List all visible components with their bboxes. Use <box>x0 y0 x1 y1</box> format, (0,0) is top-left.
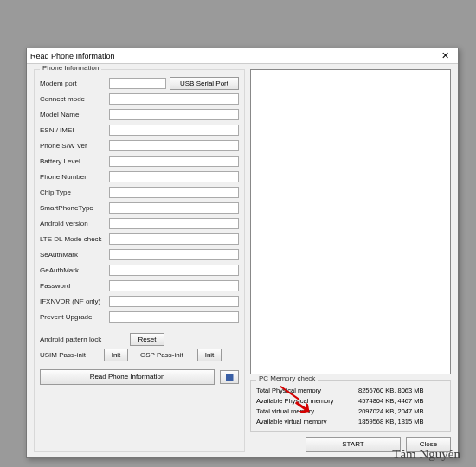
field-label: ESN / IMEI <box>40 126 106 134</box>
field-input[interactable] <box>109 280 239 291</box>
field-input[interactable] <box>109 311 239 323</box>
start-button[interactable]: START <box>306 437 401 452</box>
modem-port-field[interactable] <box>109 78 166 89</box>
usim-label: USIM Pass-init <box>40 351 100 359</box>
field-label: LTE DL Mode check <box>40 235 106 243</box>
field-label: Battery Level <box>40 157 106 165</box>
field-input[interactable] <box>109 218 239 229</box>
field-input[interactable] <box>109 187 239 198</box>
field-label: Connect mode <box>40 95 106 103</box>
field-label: SeAuthMark <box>40 251 106 259</box>
window-title: Read Phone Information <box>30 52 435 61</box>
field-label: Phone S/W Ver <box>40 142 106 150</box>
memory-title: PC Memory check <box>256 374 318 382</box>
field-label: IFXNVDR (NF only) <box>40 297 106 305</box>
field-input[interactable] <box>109 265 239 276</box>
field-input[interactable] <box>109 171 239 182</box>
read-phone-info-button[interactable]: Read Phone Information <box>40 369 215 385</box>
field-input[interactable] <box>109 202 239 214</box>
mem-label: Available Physical memory <box>256 396 358 406</box>
usim-init-button[interactable]: Init <box>104 349 128 361</box>
field-label: Prevent Upgrade <box>40 313 106 321</box>
mem-value: 1859568 KB, 1815 MB <box>358 417 445 427</box>
mem-label: Available virtual memory <box>256 417 358 427</box>
titlebar: Read Phone Information ✕ <box>27 48 458 64</box>
log-area[interactable] <box>250 69 451 374</box>
mem-label: Total Physical memory <box>256 386 358 396</box>
field-label: Password <box>40 282 106 290</box>
osp-init-button[interactable]: Init <box>197 349 222 361</box>
usb-serial-button[interactable]: USB Serial Port <box>170 77 239 90</box>
field-label: Android version <box>40 220 106 227</box>
mem-label: Total virtual memory <box>256 406 358 417</box>
content: Phone Information Modem port USB Serial … <box>27 64 458 457</box>
field-label: Model Name <box>40 111 106 118</box>
memory-group: PC Memory check Total Physical memory825… <box>250 380 451 432</box>
close-icon[interactable]: ✕ <box>435 50 454 62</box>
pattern-lock-label: Android pattern lock <box>40 336 126 343</box>
floppy-icon <box>226 374 234 381</box>
field-input[interactable] <box>109 109 239 120</box>
field-input[interactable] <box>109 249 239 260</box>
phone-info-group: Phone Information Modem port USB Serial … <box>34 69 245 452</box>
field-input[interactable] <box>109 156 239 167</box>
mem-value: 8256760 KB, 8063 MB <box>358 386 445 396</box>
osp-label: OSP Pass-init <box>140 351 194 359</box>
field-label: Chip Type <box>40 189 106 196</box>
field-label: Phone Number <box>40 173 106 181</box>
field-input[interactable] <box>109 93 239 105</box>
field-label: SmartPhoneType <box>40 204 106 212</box>
mem-value: 4574804 KB, 4467 MB <box>358 396 445 406</box>
mem-value: 2097024 KB, 2047 MB <box>358 406 445 417</box>
reset-button[interactable]: Reset <box>130 333 164 346</box>
dialog-window: Read Phone Information ✕ Phone Informati… <box>26 48 459 458</box>
group-title: Phone Information <box>40 64 101 72</box>
field-input[interactable] <box>109 234 239 245</box>
field-input[interactable] <box>109 140 239 151</box>
watermark-signature: Tâm Nguyên <box>392 447 460 462</box>
field-input[interactable] <box>109 125 239 136</box>
modem-port-label: Modem port <box>40 80 106 87</box>
field-label: GeAuthMark <box>40 266 106 274</box>
field-input[interactable] <box>109 296 239 307</box>
save-icon-button[interactable] <box>220 370 239 384</box>
